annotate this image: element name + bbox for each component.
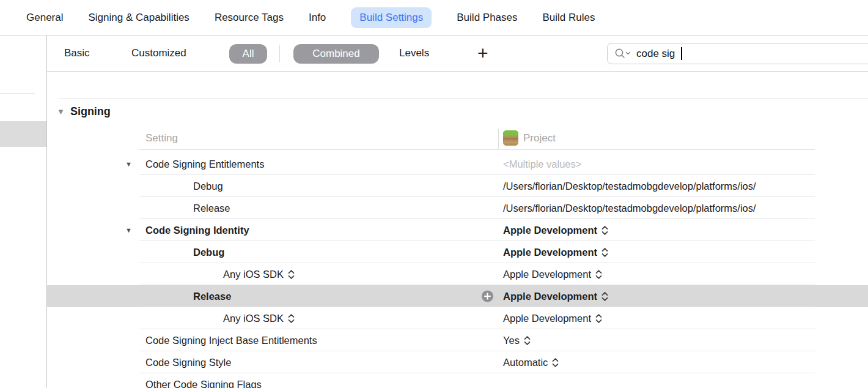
tab-signing-capabilities[interactable]: Signing & Capabilities: [88, 12, 189, 24]
target-tab-bar: General Signing & Capabilities Resource …: [0, 0, 868, 35]
setting-label: Any iOS SDK: [223, 313, 284, 324]
dropdown-stepper-icon[interactable]: [524, 335, 531, 345]
setting-label: Any iOS SDK: [223, 269, 284, 280]
table-row-other-code-signing-flags[interactable]: Other Code Signing Flags: [47, 373, 868, 388]
table-row-identity-debug[interactable]: Debug Apple Development: [47, 241, 868, 263]
search-icon: [614, 48, 631, 59]
dropdown-stepper-icon[interactable]: [288, 269, 295, 279]
tab-build-rules[interactable]: Build Rules: [543, 12, 595, 24]
disclosure-icon[interactable]: ▼: [125, 227, 132, 234]
setting-value[interactable]: /Users/florian/Desktop/testadmobgdevelop…: [503, 181, 756, 192]
setting-label: Code Signing Entitlements: [145, 159, 264, 170]
setting-value[interactable]: Yes: [503, 335, 531, 346]
table-header: Setting Project: [47, 127, 868, 150]
setting-value[interactable]: Apple Development: [503, 247, 608, 258]
build-settings-table: ▼ Signing Setting Project: [47, 72, 868, 388]
tab-general[interactable]: General: [26, 12, 63, 24]
table-row-entitlements-release[interactable]: Release /Users/florian/Desktop/testadmob…: [47, 197, 868, 219]
setting-value[interactable]: /Users/florian/Desktop/testadmobgdevelop…: [503, 203, 756, 214]
text-cursor: [681, 47, 682, 60]
table-row-code-signing-style[interactable]: Code Signing Style Automatic: [47, 351, 868, 373]
tab-info[interactable]: Info: [309, 12, 326, 24]
add-setting-button[interactable]: +: [477, 35, 488, 71]
table-row-entitlements-debug[interactable]: Debug /Users/florian/Desktop/testadmobgd…: [47, 175, 868, 197]
column-divider: [498, 129, 499, 149]
dropdown-stepper-icon[interactable]: [288, 313, 295, 323]
dropdown-stepper-icon[interactable]: [601, 247, 608, 257]
section-header-signing: ▼ Signing: [57, 105, 111, 118]
dropdown-stepper-icon[interactable]: [552, 357, 559, 367]
section-title: Signing: [70, 105, 111, 118]
setting-value[interactable]: Apple Development: [503, 225, 608, 236]
sidebar: [0, 35, 47, 388]
search-input[interactable]: code sig: [607, 43, 868, 64]
setting-value[interactable]: Automatic: [503, 357, 559, 368]
toolbar-divider: [279, 45, 280, 62]
setting-label: Code Signing Style: [145, 357, 231, 368]
tab-build-phases[interactable]: Build Phases: [457, 12, 517, 24]
settings-rows: ▼ Code Signing Entitlements <Multiple va…: [47, 153, 868, 388]
dropdown-stepper-icon[interactable]: [595, 269, 602, 279]
table-row-identity-release-any-ios-sdk[interactable]: Any iOS SDK Apple Development: [47, 307, 868, 329]
setting-label: Release: [193, 291, 231, 302]
disclosure-icon[interactable]: ▼: [125, 161, 132, 168]
tab-resource-tags[interactable]: Resource Tags: [215, 12, 284, 24]
sidebar-selected-item[interactable]: [0, 121, 46, 147]
search-query-text: code sig: [636, 48, 675, 60]
dropdown-stepper-icon[interactable]: [601, 291, 608, 301]
setting-value[interactable]: Apple Development: [503, 291, 608, 302]
setting-value[interactable]: Apple Development: [503, 269, 602, 280]
setting-label: Debug: [193, 247, 224, 258]
view-levels-button[interactable]: Levels: [399, 35, 429, 71]
sidebar-divider: [0, 93, 35, 94]
table-row-identity-debug-any-ios-sdk[interactable]: Any iOS SDK Apple Development: [47, 263, 868, 285]
table-row-identity-release-selected[interactable]: Release Apple Development: [47, 285, 868, 307]
scope-customized-button[interactable]: Customized: [131, 35, 186, 71]
setting-label: Release: [193, 203, 230, 214]
xcode-build-settings-window: General Signing & Capabilities Resource …: [0, 0, 868, 388]
tab-build-settings[interactable]: Build Settings: [351, 7, 432, 28]
scope-basic-button[interactable]: Basic: [64, 35, 90, 71]
table-row-inject-base-entitlements[interactable]: Code Signing Inject Base Entitlements Ye…: [47, 329, 868, 351]
table-row-code-signing-identity[interactable]: ▼ Code Signing Identity Apple Developmen…: [47, 219, 868, 241]
setting-label: Code Signing Identity: [145, 225, 249, 236]
add-override-icon[interactable]: [482, 291, 493, 302]
dropdown-stepper-icon[interactable]: [601, 225, 608, 235]
table-row-code-signing-entitlements[interactable]: ▼ Code Signing Entitlements <Multiple va…: [47, 153, 868, 175]
scope-all-button[interactable]: All: [229, 44, 267, 64]
section-disclosure-icon[interactable]: ▼: [57, 108, 65, 116]
setting-value[interactable]: Apple Development: [503, 313, 602, 324]
setting-value[interactable]: <Multiple values>: [503, 159, 581, 170]
build-settings-toolbar: Basic Customized All Combined Levels + c…: [47, 35, 868, 72]
section-top-divider: [57, 99, 868, 99]
project-icon: [503, 130, 518, 148]
column-header-project: Project: [523, 127, 556, 150]
setting-label: Code Signing Inject Base Entitlements: [145, 335, 317, 346]
column-header-setting: Setting: [145, 127, 178, 150]
header-separator: [139, 149, 815, 150]
setting-label: Debug: [193, 181, 223, 192]
setting-label: Other Code Signing Flags: [145, 379, 262, 388]
view-combined-button[interactable]: Combined: [293, 44, 379, 64]
dropdown-stepper-icon[interactable]: [595, 313, 602, 323]
